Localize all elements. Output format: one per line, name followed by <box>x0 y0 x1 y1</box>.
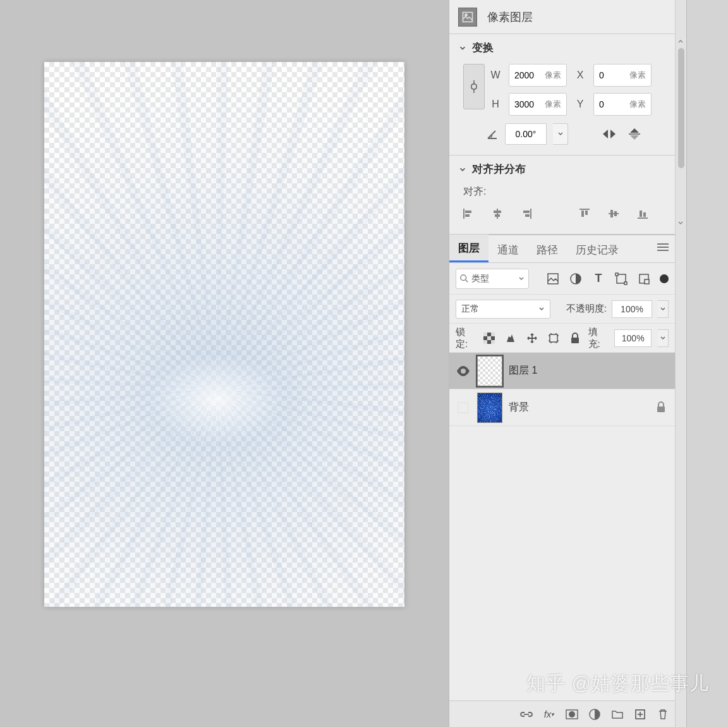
opacity-dropdown[interactable] <box>657 300 669 318</box>
svg-rect-2 <box>471 84 476 89</box>
layer-row[interactable]: 背景 <box>449 389 675 426</box>
align-top-button[interactable] <box>577 206 592 221</box>
svg-rect-40 <box>550 334 557 342</box>
h-label: H <box>490 99 501 110</box>
svg-rect-7 <box>497 209 498 219</box>
chevron-down-icon <box>518 276 525 282</box>
panel-tabs: 图层 通道 路径 历史记录 <box>449 235 675 263</box>
opacity-input[interactable]: 100% <box>612 300 652 318</box>
lock-image-icon[interactable] <box>504 331 518 345</box>
x-label: X <box>574 70 586 81</box>
filter-shape-icon[interactable] <box>614 272 628 286</box>
fill-dropdown[interactable] <box>658 329 669 347</box>
filter-pixel-icon[interactable] <box>546 272 560 286</box>
align-right-button[interactable] <box>519 206 534 221</box>
new-layer-button[interactable] <box>633 707 647 721</box>
link-dimensions-button[interactable] <box>463 64 485 109</box>
delete-button[interactable] <box>656 707 670 721</box>
fx-button[interactable]: fx▾ <box>542 707 556 721</box>
angle-dropdown[interactable] <box>553 123 568 145</box>
svg-rect-33 <box>645 279 649 284</box>
visibility-toggle[interactable] <box>456 364 471 379</box>
layer-thumbnail[interactable] <box>477 393 502 423</box>
panel-menu-icon[interactable] <box>657 243 669 254</box>
svg-rect-20 <box>640 211 642 217</box>
scrollbar-thumb[interactable] <box>678 48 684 168</box>
svg-line-26 <box>466 279 468 282</box>
lock-row: 锁定: 填充: 100% <box>449 324 675 353</box>
group-button[interactable] <box>610 707 624 721</box>
svg-rect-19 <box>638 217 648 219</box>
svg-rect-14 <box>581 211 584 217</box>
flip-horizontal-button[interactable] <box>600 125 619 144</box>
scroll-up-arrow[interactable] <box>676 37 685 46</box>
filter-text-icon[interactable]: T <box>592 272 605 286</box>
angle-input[interactable]: 0.00° <box>505 123 547 145</box>
layer-row[interactable]: 图层 1 <box>449 353 675 389</box>
lock-all-icon[interactable] <box>568 331 582 345</box>
align-hcenter-button[interactable] <box>490 206 505 221</box>
lock-icon <box>656 401 669 414</box>
blend-mode-dropdown[interactable]: 正常 <box>456 300 550 319</box>
document-canvas[interactable] <box>44 62 404 607</box>
canvas-image-content <box>44 62 404 607</box>
canvas-area[interactable] <box>0 0 449 727</box>
layer-name[interactable]: 背景 <box>509 401 650 414</box>
layers-panel: 图层 通道 路径 历史记录 类型 T <box>449 235 675 727</box>
svg-rect-6 <box>465 214 470 217</box>
lock-position-icon[interactable] <box>525 331 539 345</box>
visibility-toggle[interactable] <box>456 400 471 415</box>
filter-smartobj-icon[interactable] <box>637 272 651 286</box>
layer-list[interactable]: 图层 1 背景 <box>449 353 675 700</box>
svg-rect-41 <box>571 338 579 343</box>
transform-section: 变换 W 2000像素 X 0像素 H 3000像素 Y 0像素 <box>449 34 675 156</box>
svg-rect-9 <box>495 214 500 217</box>
height-input[interactable]: 3000像素 <box>509 93 567 116</box>
fill-input[interactable]: 100% <box>614 329 652 347</box>
svg-rect-36 <box>491 333 495 336</box>
pixel-layer-icon <box>458 8 477 27</box>
align-header[interactable]: 对齐并分布 <box>458 162 666 176</box>
svg-rect-37 <box>487 336 491 340</box>
width-input[interactable]: 2000像素 <box>509 64 567 87</box>
svg-rect-13 <box>579 209 590 210</box>
svg-rect-18 <box>614 211 617 216</box>
watermark: 知乎 @姑婆那些事儿 <box>526 671 709 697</box>
svg-rect-30 <box>616 273 618 276</box>
tab-channels[interactable]: 通道 <box>488 236 528 262</box>
filter-toggle[interactable] <box>660 274 669 283</box>
flip-vertical-button[interactable] <box>625 125 644 144</box>
mask-button[interactable] <box>565 707 579 721</box>
align-bottom-button[interactable] <box>635 206 650 221</box>
svg-rect-27 <box>548 274 558 284</box>
svg-rect-4 <box>463 209 464 219</box>
y-label: Y <box>574 99 586 110</box>
link-layers-button[interactable] <box>519 707 533 721</box>
layer-thumbnail[interactable] <box>477 356 502 386</box>
adjustment-button[interactable] <box>588 707 602 721</box>
align-title: 对齐并分布 <box>472 162 526 176</box>
align-left-button[interactable] <box>461 206 476 221</box>
filter-type-dropdown[interactable]: 类型 <box>456 269 529 289</box>
scroll-down-arrow[interactable] <box>676 219 685 228</box>
y-input[interactable]: 0像素 <box>593 93 652 116</box>
properties-scrollbar[interactable] <box>675 0 686 727</box>
layers-bottom-bar: fx▾ <box>449 700 675 727</box>
svg-rect-12 <box>525 214 530 217</box>
transform-header[interactable]: 变换 <box>458 40 666 55</box>
svg-rect-8 <box>494 211 501 213</box>
pixel-layer-strip: 像素图层 <box>449 0 675 34</box>
x-input[interactable]: 0像素 <box>593 64 652 87</box>
svg-point-1 <box>465 14 467 16</box>
tab-history[interactable]: 历史记录 <box>567 236 628 262</box>
align-vcenter-button[interactable] <box>606 206 621 221</box>
lock-artboard-icon[interactable] <box>547 331 561 345</box>
tab-paths[interactable]: 路径 <box>528 236 567 262</box>
svg-rect-31 <box>624 282 627 284</box>
svg-point-46 <box>569 711 575 718</box>
layer-name[interactable]: 图层 1 <box>509 364 669 377</box>
filter-adjustment-icon[interactable] <box>569 272 583 286</box>
svg-rect-42 <box>458 403 468 413</box>
lock-transparency-icon[interactable] <box>482 331 496 345</box>
tab-layers[interactable]: 图层 <box>449 235 488 262</box>
